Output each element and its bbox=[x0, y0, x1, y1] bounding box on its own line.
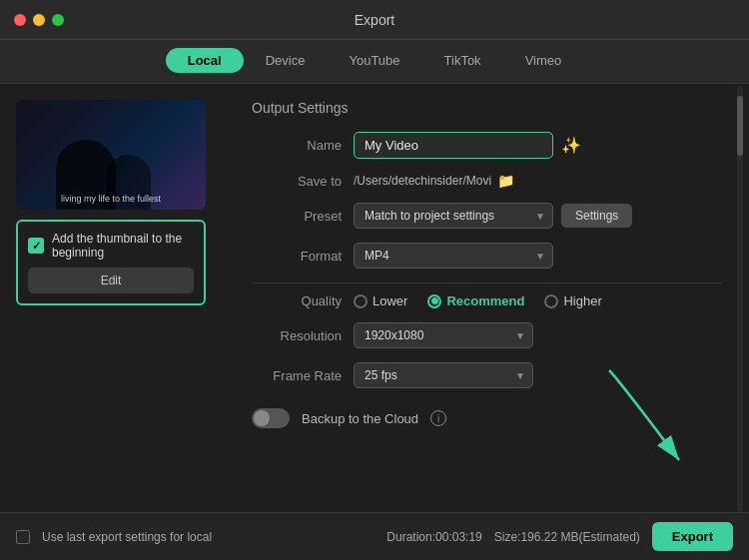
scrollbar-thumb[interactable] bbox=[737, 96, 743, 156]
save-to-label: Save to bbox=[252, 174, 342, 189]
quality-lower-label: Lower bbox=[373, 293, 407, 308]
cloud-label: Backup to the Cloud bbox=[302, 411, 418, 426]
preset-select[interactable]: Match to project settings bbox=[354, 203, 553, 229]
use-last-settings-checkbox[interactable] bbox=[16, 530, 30, 544]
tab-youtube[interactable]: YouTube bbox=[327, 48, 421, 73]
info-icon[interactable]: i bbox=[430, 410, 446, 426]
scrollbar-track bbox=[737, 86, 743, 512]
name-label: Name bbox=[252, 138, 342, 153]
quality-lower[interactable]: Lower bbox=[354, 293, 407, 308]
folder-icon[interactable]: 📁 bbox=[497, 173, 514, 189]
quality-higher-label: Higher bbox=[563, 293, 601, 308]
save-to-control: /Users/detechinsider/Movi 📁 bbox=[354, 173, 723, 189]
resolution-label: Resolution bbox=[252, 328, 342, 343]
toggle-knob bbox=[254, 410, 270, 426]
quality-higher-radio[interactable] bbox=[544, 294, 558, 308]
preset-control: Match to project settings ▼ Settings bbox=[354, 203, 723, 229]
resolution-select-wrapper: 1920x1080 ▼ bbox=[354, 322, 533, 348]
duration-label: Duration: bbox=[386, 530, 435, 544]
quality-row: Quality Lower Recommend Higher bbox=[252, 293, 723, 308]
quality-label: Quality bbox=[252, 293, 342, 308]
ai-icon[interactable]: ✨ bbox=[561, 136, 581, 155]
window-title: Export bbox=[355, 12, 394, 28]
quality-lower-radio[interactable] bbox=[354, 294, 368, 308]
left-panel: living my life to the fullest Add the th… bbox=[16, 100, 226, 494]
size-display: Size:196.22 MB(Estimated) bbox=[494, 530, 640, 544]
minimize-button[interactable] bbox=[33, 14, 45, 26]
size-label: Size: bbox=[494, 530, 521, 544]
thumbnail-checkbox-label: Add the thumbnail to the beginning bbox=[52, 232, 194, 260]
frame-rate-control: 25 fps ▼ bbox=[354, 362, 723, 388]
window-controls bbox=[14, 14, 64, 26]
duration-value: 00:03:19 bbox=[435, 530, 482, 544]
export-button[interactable]: Export bbox=[652, 522, 733, 551]
quality-higher[interactable]: Higher bbox=[544, 293, 601, 308]
name-control: ✨ bbox=[354, 132, 723, 159]
thumbnail-image: living my life to the fullest bbox=[16, 100, 206, 210]
thumbnail-preview: living my life to the fullest bbox=[16, 100, 206, 210]
save-to-row: Save to /Users/detechinsider/Movi 📁 bbox=[252, 173, 723, 189]
output-settings-title: Output Settings bbox=[252, 100, 723, 116]
divider-1 bbox=[252, 282, 723, 283]
frame-rate-select-wrapper: 25 fps ▼ bbox=[354, 362, 533, 388]
format-label: Format bbox=[252, 249, 342, 264]
resolution-control: 1920x1080 ▼ bbox=[354, 322, 723, 348]
quality-recommend-radio[interactable] bbox=[427, 294, 441, 308]
tab-tiktok[interactable]: TikTok bbox=[422, 48, 503, 73]
settings-button[interactable]: Settings bbox=[561, 204, 632, 228]
duration-display: Duration:00:03:19 bbox=[386, 530, 481, 544]
tab-bar: Local Device YouTube TikTok Vimeo bbox=[0, 40, 749, 84]
name-row: Name ✨ bbox=[252, 132, 723, 159]
cloud-toggle[interactable] bbox=[252, 408, 290, 428]
resolution-select[interactable]: 1920x1080 bbox=[354, 322, 533, 348]
quality-recommend-label: Recommend bbox=[446, 293, 524, 308]
preset-label: Preset bbox=[252, 209, 342, 224]
thumbnail-checkbox-area: Add the thumbnail to the beginning Edit bbox=[16, 220, 206, 305]
frame-rate-row: Frame Rate 25 fps ▼ bbox=[252, 362, 723, 388]
titlebar: Export bbox=[0, 0, 749, 40]
frame-rate-select[interactable]: 25 fps bbox=[354, 362, 533, 388]
resolution-row: Resolution 1920x1080 ▼ bbox=[252, 322, 723, 348]
preset-select-wrapper: Match to project settings ▼ bbox=[354, 203, 553, 229]
bottom-bar: Use last export settings for local Durat… bbox=[0, 512, 749, 560]
preset-row: Preset Match to project settings ▼ Setti… bbox=[252, 203, 723, 229]
use-last-settings-label: Use last export settings for local bbox=[42, 530, 374, 544]
right-panel: Output Settings Name ✨ Save to /Users/de… bbox=[242, 100, 733, 494]
tab-vimeo[interactable]: Vimeo bbox=[503, 48, 584, 73]
tab-device[interactable]: Device bbox=[244, 48, 328, 73]
thumbnail-checkbox-row[interactable]: Add the thumbnail to the beginning bbox=[28, 232, 194, 260]
cloud-row: Backup to the Cloud i bbox=[252, 408, 723, 428]
maximize-button[interactable] bbox=[52, 14, 64, 26]
save-to-path: /Users/detechinsider/Movi bbox=[354, 174, 491, 188]
tab-local[interactable]: Local bbox=[166, 48, 244, 73]
format-control: MP4 ▼ bbox=[354, 243, 723, 269]
main-content: living my life to the fullest Add the th… bbox=[0, 84, 749, 510]
thumbnail-caption: living my life to the fullest bbox=[55, 188, 167, 210]
name-input[interactable] bbox=[354, 132, 553, 159]
thumbnail-checkbox[interactable] bbox=[28, 238, 44, 254]
frame-rate-label: Frame Rate bbox=[252, 368, 342, 383]
close-button[interactable] bbox=[14, 14, 26, 26]
format-row: Format MP4 ▼ bbox=[252, 243, 723, 269]
quality-group: Lower Recommend Higher bbox=[354, 293, 723, 308]
format-select[interactable]: MP4 bbox=[354, 243, 553, 269]
size-value: 196.22 MB(Estimated) bbox=[520, 530, 639, 544]
quality-recommend[interactable]: Recommend bbox=[427, 293, 524, 308]
edit-thumbnail-button[interactable]: Edit bbox=[28, 268, 194, 293]
format-select-wrapper: MP4 ▼ bbox=[354, 243, 553, 269]
